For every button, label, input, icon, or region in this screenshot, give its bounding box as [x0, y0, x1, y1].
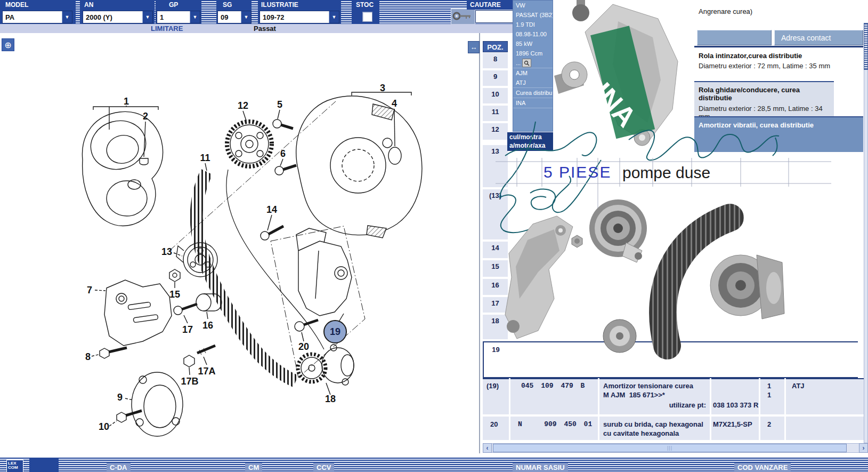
diagram-callout-17[interactable]: 17: [182, 324, 193, 335]
ilustratie-select[interactable]: 109-72 ▼: [259, 11, 339, 23]
ilustratie-label: ILUSTRATIE: [258, 0, 341, 10]
row20-spec: M7X21,5-SP: [713, 420, 752, 428]
poz-row-12[interactable]: 12: [483, 123, 508, 141]
row19-poz: (19): [486, 382, 499, 390]
parts-diagram: 1212534611131415161717A17B78910181920: [0, 32, 480, 453]
illustration-title: Angrenare curea): [694, 0, 868, 15]
part-info-section-3: Amortizor vibratii, curea distributie: [694, 116, 863, 152]
an-select[interactable]: 2000 (Y) ▼: [83, 11, 153, 23]
chevron-down-icon[interactable]: ▼: [142, 11, 152, 23]
pane-divider[interactable]: [479, 33, 480, 453]
row20-qty: 2: [767, 420, 771, 428]
diagram-callout-5[interactable]: 5: [277, 99, 282, 110]
scroll-right-button[interactable]: ›: [859, 443, 868, 453]
gp-select[interactable]: 1 ▼: [157, 11, 200, 23]
vehicle-displacement: 1896 Ccm: [513, 49, 553, 58]
diagram-callout-7[interactable]: 7: [87, 285, 92, 295]
vehicle-more: ...: [516, 59, 521, 67]
chevron-down-icon[interactable]: ▼: [241, 11, 251, 23]
svg-text:INA: INA: [588, 77, 643, 133]
chevron-right-icon: ›: [863, 444, 865, 452]
poz-row-13b[interactable]: (13): [483, 189, 508, 241]
row20-desc-2: cu cavitate hexagonala: [603, 429, 679, 437]
sg-select[interactable]: 09 ▼: [217, 11, 252, 23]
diagram-callout-9[interactable]: 9: [117, 392, 123, 403]
diagram-callout-2[interactable]: 2: [143, 111, 148, 122]
status-cm-label: CM: [245, 463, 262, 472]
row20-part-number: N 909 450 01: [518, 420, 592, 428]
part-info-1-title: Rola intinzator,curea distributie: [694, 47, 834, 60]
diagram-callout-11[interactable]: 11: [200, 153, 210, 163]
diagram-callout-16[interactable]: 16: [202, 320, 213, 331]
tab-adresa-contact[interactable]: Adresa contact: [774, 30, 863, 45]
poz-row-8[interactable]: 8: [483, 53, 508, 69]
diagram-callout-3[interactable]: 3: [380, 83, 385, 93]
diagram-callout-17B[interactable]: 17B: [181, 376, 198, 387]
pan-button[interactable]: ↔: [468, 41, 480, 53]
poz-row-15[interactable]: 15: [483, 260, 508, 278]
key-search-button[interactable]: [451, 9, 475, 25]
diagram-callout-6[interactable]: 6: [280, 148, 286, 159]
model-name-label: Passat: [254, 25, 276, 33]
magnifier-button[interactable]: [522, 59, 531, 67]
diagram-callout-12[interactable]: 12: [238, 100, 248, 111]
row19-usage-label: utilizare pt:: [603, 401, 706, 409]
stoc-checkbox[interactable]: [362, 12, 372, 22]
vertical-scrollbar[interactable]: [864, 23, 868, 443]
diagram-callout-13[interactable]: 13: [161, 246, 172, 257]
row19-desc-1: Amortizor tensionare curea: [603, 382, 693, 390]
brand-item[interactable]: INA: [513, 98, 553, 108]
chevron-left-icon: ‹: [486, 444, 489, 452]
diagram-callout-20[interactable]: 20: [298, 341, 309, 352]
ilustratie-value: 109-72: [260, 13, 329, 21]
part-info-2-title: Rola ghidare/conducere, curea distributi…: [694, 82, 834, 102]
stoc-label: STOC: [352, 0, 379, 10]
chevron-down-icon[interactable]: ▼: [190, 11, 200, 23]
cautare-label: CAUTARE: [467, 0, 513, 10]
vertical-scrollbar-thumb[interactable]: [864, 23, 868, 70]
engine-code-ajm[interactable]: AJM: [513, 68, 553, 78]
poz-row-14[interactable]: 14: [483, 242, 508, 259]
sample-box-line2: a/motor/axa: [509, 141, 555, 150]
poz-row-11[interactable]: 11: [483, 106, 508, 122]
annotation-grid: [496, 158, 831, 229]
diagram-callout-18[interactable]: 18: [325, 394, 336, 404]
diagram-callout-10[interactable]: 10: [99, 421, 109, 432]
sample-box[interactable]: cul/mostra a/motor/axa: [507, 132, 557, 151]
lexcom-logo-line2: COM: [8, 466, 22, 470]
poz-row-16[interactable]: 16: [483, 279, 508, 296]
move-horizontal-icon: ↔: [470, 43, 477, 51]
poz-row-9[interactable]: 9: [483, 70, 508, 87]
table-divider: [759, 378, 760, 440]
poz-row-17[interactable]: 17: [483, 297, 508, 314]
horizontal-scrollbar-thumb[interactable]: |||: [493, 444, 847, 452]
poz-row-18[interactable]: 18: [483, 315, 508, 340]
chevron-down-icon[interactable]: ▼: [329, 11, 339, 23]
row19-usage-value: 038 103 373 R: [713, 401, 758, 409]
parts-catalog-window: MODEL PA ▼ AN 2000 (Y) ▼ GP 1 ▼ SG 09 ▼ …: [0, 0, 868, 472]
poz-row-19-selected[interactable]: 19: [483, 341, 858, 378]
vehicle-power: 85 kW: [513, 39, 553, 49]
diagram-callout-19[interactable]: 19: [330, 326, 340, 337]
diagram-callout-15[interactable]: 15: [169, 289, 180, 300]
annotation-piese: 5 PIESE: [543, 163, 611, 181]
diagram-callout-4[interactable]: 4: [392, 98, 397, 109]
cautare-field-group: CAUTARE: [467, 0, 513, 10]
diagram-callout-1[interactable]: 1: [124, 96, 129, 107]
diagram-callout-8[interactable]: 8: [85, 351, 91, 362]
diagram-callout-14[interactable]: 14: [266, 204, 277, 215]
vehicle-panel: VW PASSAT (3B2) 1.9 TDI 08.98-11.00 85 k…: [513, 0, 553, 132]
poz-row-10[interactable]: 10: [483, 88, 508, 105]
chevron-down-icon[interactable]: ▼: [62, 11, 72, 23]
part-info-section-1: Rola intinzator,curea distributie Diamet…: [694, 47, 834, 81]
category-item[interactable]: Curea distribut: [513, 87, 553, 98]
gp-label: GP: [156, 0, 201, 10]
poz-row-13[interactable]: 13: [483, 145, 508, 188]
tab-blank[interactable]: [697, 30, 772, 45]
cautare-input[interactable]: [475, 10, 514, 23]
diagram-callout-17A[interactable]: 17A: [198, 366, 215, 377]
row19-qty-1: 1: [767, 382, 771, 390]
scroll-left-button[interactable]: ‹: [483, 443, 492, 453]
engine-code-atj[interactable]: ATJ: [513, 78, 553, 87]
model-select[interactable]: PA ▼: [2, 11, 72, 23]
